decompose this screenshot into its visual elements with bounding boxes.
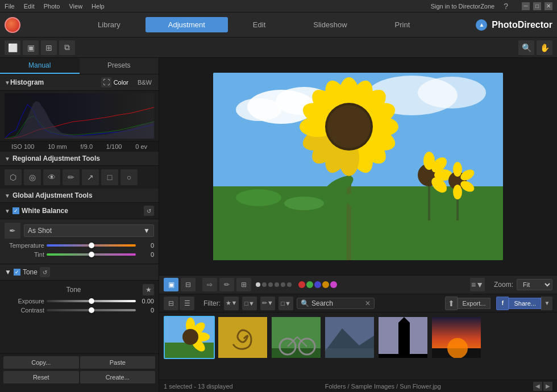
create-button[interactable]: Create... bbox=[80, 371, 156, 383]
maximize-button[interactable]: □ bbox=[533, 2, 541, 10]
svg-rect-64 bbox=[379, 354, 429, 359]
thumb-5[interactable] bbox=[377, 316, 429, 359]
tab-slideshow[interactable]: Slideshow bbox=[290, 17, 369, 32]
global-tools-header[interactable]: ▼ Global Adjustment Tools bbox=[0, 189, 159, 203]
tone-auto-button[interactable]: ★ bbox=[143, 284, 154, 295]
color-filter-orange[interactable] bbox=[322, 281, 329, 288]
view-grid-button[interactable]: ⊞ bbox=[41, 40, 57, 55]
filmstrip-action1[interactable]: ⇨ bbox=[202, 278, 217, 291]
color-filter-green[interactable] bbox=[306, 281, 313, 288]
filmstrip-images bbox=[159, 312, 557, 380]
left-panel: Manual Presets ▼ Histogram ⛶ Color B&W bbox=[0, 58, 159, 392]
temperature-thumb[interactable] bbox=[89, 243, 94, 248]
view-compare-button[interactable]: ⧉ bbox=[59, 40, 75, 55]
share-dropdown-button[interactable]: ▼ bbox=[541, 297, 552, 310]
wb-checkbox[interactable]: ✓ bbox=[13, 207, 19, 214]
histogram-expand-button[interactable]: ⛶ bbox=[101, 77, 111, 87]
paste-button[interactable]: Paste bbox=[80, 356, 156, 369]
tab-presets[interactable]: Presets bbox=[80, 58, 159, 74]
gradient-tool[interactable]: ⬡ bbox=[5, 169, 22, 185]
radial-tool[interactable]: ◎ bbox=[24, 169, 41, 185]
thumb-6-img bbox=[432, 317, 482, 359]
filter-stars[interactable]: ★▼ bbox=[224, 297, 239, 310]
view-fit-button[interactable]: ▣ bbox=[23, 40, 39, 55]
brush-tool[interactable]: ✏ bbox=[63, 169, 80, 185]
color-filter-purple[interactable] bbox=[330, 281, 337, 288]
white-balance-header[interactable]: ▼ ✓ White Balance ↺ bbox=[0, 203, 159, 219]
share-icon-button[interactable]: f bbox=[496, 297, 509, 310]
menu-item-help[interactable]: Help bbox=[92, 3, 105, 10]
temperature-slider[interactable] bbox=[47, 244, 136, 247]
tone-header[interactable]: ▼ ✓ Tone ↺ bbox=[0, 264, 159, 281]
reset-button[interactable]: Reset bbox=[3, 371, 79, 383]
export-icon-button[interactable]: ⬆ bbox=[445, 297, 458, 310]
scroll-left-button[interactable]: ◀ bbox=[533, 382, 542, 391]
histogram-arrow[interactable]: ▼ bbox=[5, 80, 10, 86]
filmstrip-action2[interactable]: ✏ bbox=[219, 278, 234, 291]
sort-button[interactable]: ≡▼ bbox=[470, 278, 485, 291]
sign-in-link[interactable]: Sign in to DirectorZone bbox=[431, 3, 495, 10]
thumb-2-img bbox=[218, 317, 268, 359]
wb-preset-select[interactable]: As Shot ▼ bbox=[24, 224, 154, 237]
regional-tools-header[interactable]: ▼ Regional Adjustment Tools bbox=[0, 152, 159, 166]
tint-slider[interactable] bbox=[47, 253, 136, 256]
export-button[interactable]: Export... bbox=[458, 298, 491, 309]
mask-tool[interactable]: 👁 bbox=[43, 169, 60, 185]
menu-item-file[interactable]: File bbox=[5, 3, 15, 10]
view-single-button[interactable]: ⬜ bbox=[5, 40, 20, 55]
zoom-select[interactable]: Fit 25% 50% 100% 200% bbox=[517, 279, 552, 290]
tone-reset-button[interactable]: ↺ bbox=[40, 267, 50, 277]
exposure-thumb[interactable] bbox=[89, 298, 94, 304]
tab-library[interactable]: Library bbox=[75, 17, 143, 32]
filmstrip-view-btn1[interactable]: ⊟ bbox=[164, 297, 178, 310]
filmstrip-view-btn2[interactable]: ☰ bbox=[180, 297, 194, 310]
search-tool[interactable]: 🔍 bbox=[518, 40, 534, 55]
filter-edit[interactable]: ✏▼ bbox=[260, 297, 275, 310]
tint-thumb[interactable] bbox=[89, 252, 94, 257]
dot-1 bbox=[256, 282, 260, 287]
tab-edit[interactable]: Edit bbox=[230, 17, 288, 32]
tab-adjustment[interactable]: Adjustment bbox=[146, 17, 228, 32]
filmstrip-grid-view[interactable]: ⊟ bbox=[181, 278, 196, 291]
color-mode-button[interactable]: Color bbox=[111, 78, 131, 86]
menu-bar: File Edit Photo View Help Sign in to Dir… bbox=[0, 0, 557, 12]
copy-button[interactable]: Copy... bbox=[3, 356, 79, 369]
circle-tool[interactable]: ○ bbox=[120, 169, 138, 185]
thumb-1[interactable] bbox=[164, 316, 215, 359]
color-filter-red[interactable] bbox=[298, 281, 305, 288]
tab-print[interactable]: Print bbox=[372, 17, 433, 32]
filter-extra[interactable]: □▼ bbox=[278, 297, 293, 310]
minimize-button[interactable]: ─ bbox=[522, 2, 530, 10]
thumb-3[interactable] bbox=[271, 316, 322, 359]
contrast-thumb[interactable] bbox=[89, 307, 94, 313]
smooth-tool[interactable]: ↗ bbox=[82, 169, 99, 185]
thumb-6[interactable] bbox=[431, 316, 482, 359]
menu-item-photo[interactable]: Photo bbox=[44, 3, 60, 10]
contrast-slider[interactable] bbox=[47, 309, 136, 311]
wb-reset-button[interactable]: ↺ bbox=[144, 206, 154, 216]
close-button[interactable]: ✕ bbox=[544, 2, 552, 10]
search-clear-button[interactable]: ✕ bbox=[365, 299, 371, 307]
filmstrip-single-view[interactable]: ▣ bbox=[164, 278, 178, 291]
pan-tool[interactable]: ✋ bbox=[537, 40, 552, 55]
tone-checkbox[interactable]: ✓ bbox=[14, 269, 20, 276]
menu-item-view[interactable]: View bbox=[69, 3, 82, 10]
filter-color[interactable]: □▼ bbox=[242, 297, 257, 310]
thumb-3-img bbox=[272, 317, 322, 359]
thumb-2[interactable] bbox=[217, 316, 268, 359]
rect-tool[interactable]: □ bbox=[101, 169, 118, 185]
wb-dropper-tool[interactable]: ✒ bbox=[5, 223, 20, 239]
filmstrip-action3[interactable]: ⊞ bbox=[236, 278, 251, 291]
search-input[interactable] bbox=[311, 299, 363, 307]
color-filter-blue[interactable] bbox=[314, 281, 321, 288]
bw-mode-button[interactable]: B&W bbox=[135, 78, 154, 86]
exposure-slider[interactable] bbox=[47, 300, 136, 302]
menu-item-edit[interactable]: Edit bbox=[24, 3, 35, 10]
histogram-canvas bbox=[5, 93, 154, 139]
thumb-4[interactable] bbox=[324, 316, 375, 359]
help-icon[interactable]: ? bbox=[504, 2, 508, 11]
scroll-right-button[interactable]: ▶ bbox=[543, 382, 552, 391]
filmstrip-controls: ⊟ ☰ Filter: ★▼ □▼ ✏▼ □▼ 🔍 ✕ ⬆ bbox=[159, 294, 557, 312]
share-button[interactable]: Share... bbox=[509, 298, 541, 309]
tab-manual[interactable]: Manual bbox=[0, 58, 80, 74]
